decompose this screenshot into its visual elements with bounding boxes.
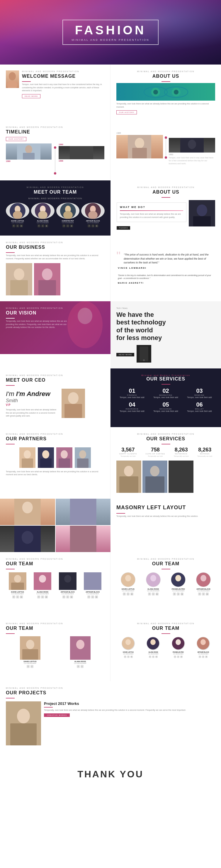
row-partners-services: Minimal and Modern Presentation OUR PART…: [0, 427, 221, 499]
svg-point-48: [24, 450, 31, 459]
ig-t4-4[interactable]: in: [205, 656, 208, 658]
twitter-icon-3[interactable]: t: [66, 224, 69, 227]
timeline-right-panel: 1985 1992 Tempor, over look their and in…: [110, 120, 221, 180]
ceo-last-name: Smith: [6, 398, 59, 403]
tw-t2-3[interactable]: t: [177, 593, 180, 595]
ig-icon[interactable]: in: [20, 595, 23, 598]
partner-2: [38, 447, 54, 468]
fb-t4-1[interactable]: f: [124, 656, 126, 658]
fb-t3-2[interactable]: f: [77, 665, 80, 668]
svg-point-30: [197, 205, 207, 216]
ig-icon-4[interactable]: in: [95, 595, 98, 598]
partner-3: [56, 447, 72, 468]
fb-icon[interactable]: f: [12, 595, 15, 598]
row-business-quote: Minimal and Modern Presentation OUR BUSI…: [0, 236, 221, 301]
project-body: Temporally, over look there are what we …: [44, 709, 215, 712]
facebook-icon-4[interactable]: f: [88, 224, 91, 227]
stat-label-1: HAPPY CLIENTS: [119, 453, 137, 455]
instagram-icon-3[interactable]: in: [70, 224, 73, 227]
business-img-1: [6, 263, 32, 296]
svg-rect-79: [84, 572, 101, 590]
tw-t2-2[interactable]: t: [152, 593, 155, 595]
team3-member-2: ALANA ROSS CO-DESIGNER f t: [56, 636, 104, 668]
fb-t2-1[interactable]: f: [123, 593, 126, 595]
ig-icon-3[interactable]: in: [70, 595, 73, 598]
timeline-dot: [54, 146, 56, 149]
tech-btn[interactable]: READ MORE: [116, 353, 134, 356]
timeline-btn[interactable]: OUR HISTORY: [6, 137, 26, 141]
fb-icon-4[interactable]: f: [87, 595, 90, 598]
instagram-icon-2[interactable]: in: [45, 224, 48, 227]
facebook-icon[interactable]: f: [12, 224, 15, 227]
team1-member-2: ALANA ROSS CO-DESIGNER f t in: [31, 572, 55, 598]
timeline-r-line: [166, 139, 166, 156]
fb-t4-2[interactable]: f: [149, 656, 151, 658]
tw-icon-2[interactable]: t: [41, 595, 44, 598]
tw-icon[interactable]: t: [16, 595, 19, 598]
svg-point-81: [125, 575, 131, 581]
fb-t2-3[interactable]: f: [173, 593, 176, 595]
ig-t2-2[interactable]: in: [156, 593, 159, 595]
quote-panel: " "The price of success is hard work, de…: [110, 236, 221, 301]
tw-t3-1[interactable]: t: [30, 665, 33, 668]
team-socials-3: f t in: [56, 224, 80, 227]
svg-point-16: [188, 140, 196, 149]
project-btn[interactable]: CREATIVE WORKS: [44, 713, 70, 717]
ig-icon-2[interactable]: in: [45, 595, 48, 598]
team4-role-1: CO-DESIGNER: [116, 653, 140, 655]
svg-rect-68: [70, 499, 96, 525]
fb-icon-3[interactable]: f: [62, 595, 65, 598]
tw-icon-4[interactable]: t: [91, 595, 94, 598]
fb-t3-1[interactable]: f: [27, 665, 30, 668]
ig-t2-1[interactable]: in: [130, 593, 133, 595]
tw-t3-2[interactable]: t: [81, 665, 84, 668]
twitter-icon[interactable]: t: [16, 224, 19, 227]
team2-role-3: CO-DESIGNER: [167, 590, 190, 592]
fb-t4-4[interactable]: f: [199, 656, 201, 658]
welcome-btn[interactable]: READ MORE: [22, 94, 40, 98]
partner-4: [75, 447, 91, 468]
instagram-icon[interactable]: in: [20, 224, 23, 227]
timeline-r-year-1: 1985: [116, 132, 163, 134]
tw-t4-4[interactable]: t: [202, 656, 204, 658]
fb-t2-2[interactable]: f: [148, 593, 151, 595]
vision-title: OUR VISION: [6, 310, 105, 316]
twitter-icon-2[interactable]: t: [41, 224, 44, 227]
partners-panel: Minimal and Modern Presentation OUR PART…: [0, 427, 110, 499]
tw-t2-4[interactable]: t: [202, 593, 205, 595]
ceo-label: Minimal and Modern Presentation: [6, 374, 104, 376]
tw-t4-3[interactable]: t: [177, 656, 179, 658]
about-btn[interactable]: OUR HISTORY: [116, 110, 137, 115]
fb-t4-3[interactable]: f: [174, 656, 176, 658]
ig-t4-3[interactable]: in: [180, 656, 183, 658]
masonry-img-4: [56, 526, 111, 552]
twitter-icon-4[interactable]: t: [91, 224, 94, 227]
facebook-icon-3[interactable]: f: [62, 224, 65, 227]
ig-t2-4[interactable]: in: [206, 593, 209, 595]
hero-section: FASHION MINIMAL AND MODERN PRESENTATION: [0, 0, 221, 65]
team1-socials-1: f t in: [6, 595, 29, 598]
fb-t2-4[interactable]: f: [198, 593, 201, 595]
quote1-text: "The price of success is hard work, dedi…: [118, 253, 214, 265]
ig-t4-2[interactable]: in: [155, 656, 158, 658]
facebook-icon-2[interactable]: f: [37, 224, 40, 227]
team3-role-2: CO-DESIGNER: [56, 662, 104, 664]
tw-t4-1[interactable]: t: [127, 656, 130, 658]
tw-icon-3[interactable]: t: [66, 595, 69, 598]
ig-t2-3[interactable]: in: [181, 593, 184, 595]
svg-rect-37: [38, 280, 56, 296]
ig-t4-1[interactable]: in: [130, 656, 133, 658]
partners-label: Minimal and Modern Presentation: [6, 433, 104, 435]
ceo-first-name: I'm I'm Andrew: [6, 389, 59, 398]
team2-divider: [161, 569, 170, 569]
timeline-title: TIMELINE: [6, 129, 104, 135]
service-body-6: Tempor, over look their add: [184, 410, 215, 413]
tw-t4-2[interactable]: t: [152, 656, 155, 658]
our-team-3-panel: Minimal and Modern Presentation OUR TEAM…: [0, 617, 110, 681]
fb-icon-2[interactable]: f: [37, 595, 40, 598]
about2-btn[interactable]: THANKS: [117, 226, 130, 230]
team4-photo-3: [172, 637, 185, 650]
tw-t2-1[interactable]: t: [127, 593, 130, 595]
instagram-icon-4[interactable]: in: [95, 224, 98, 227]
services-divider: [161, 384, 170, 384]
